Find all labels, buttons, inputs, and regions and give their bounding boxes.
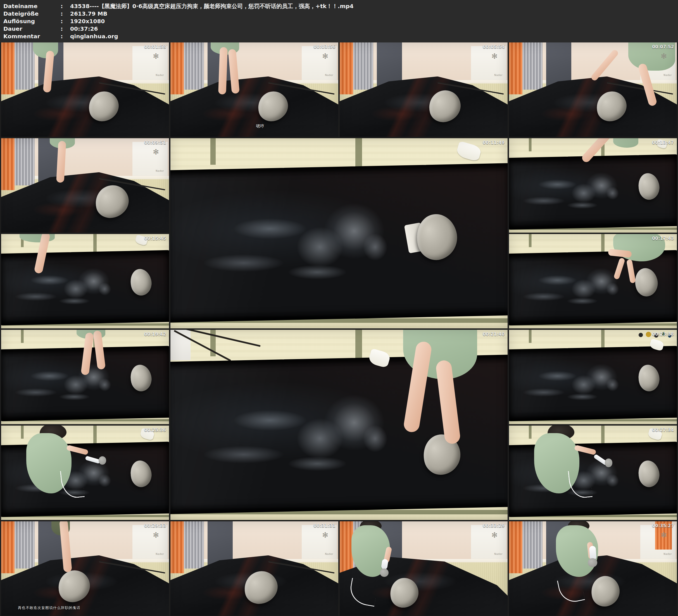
timestamp-overlay: 00:25:36 bbox=[144, 427, 166, 432]
video-thumbnail[interactable]: 00:17:43 bbox=[509, 234, 677, 329]
meta-label: Kommentar bbox=[3, 33, 61, 40]
timestamp-overlay: 00:17:43 bbox=[652, 236, 674, 241]
subtitle-overlay: 嗯哼 bbox=[256, 124, 265, 129]
timestamp-overlay: 00:33:29 bbox=[483, 523, 505, 528]
body-outline-shape bbox=[511, 356, 648, 411]
meta-value-filesize: 2613.79 MB bbox=[70, 10, 107, 17]
meta-separator: : bbox=[61, 17, 70, 25]
meta-value-comment: qinglanhua.org bbox=[70, 33, 118, 40]
timestamp-overlay: 00:21:40 bbox=[483, 332, 505, 337]
body-outline-shape bbox=[181, 188, 443, 302]
meta-separator: : bbox=[61, 33, 70, 40]
timestamp-overlay: 00:07:52 bbox=[652, 44, 674, 49]
radiator-fan-icon: ✻ bbox=[661, 531, 667, 539]
video-thumbnail[interactable]: ✻ Nader 00:09:51 bbox=[1, 138, 169, 233]
timestamp-overlay: 00:09:51 bbox=[144, 140, 166, 145]
meta-value-duration: 00:37:26 bbox=[70, 25, 98, 33]
meta-row-duration: Dauer:00:37:26 bbox=[3, 25, 678, 33]
video-thumbnail[interactable]: ✻ Nader 00:31:31 bbox=[171, 521, 338, 616]
subtitle-overlay: 再也不敢造次妄图说什么辞职的鬼话 bbox=[18, 605, 80, 610]
radiator-fan-icon: ✻ bbox=[153, 531, 159, 539]
timestamp-overlay: 00:13:47 bbox=[652, 140, 674, 145]
meta-label: Auflösung bbox=[3, 17, 61, 25]
video-thumbnail[interactable]: ✻ Nader 00:05:54 bbox=[340, 42, 507, 137]
meta-row-filename: Dateiname:43538----【黑魔法师】0·6高级真空床超压力拘束，颜… bbox=[3, 2, 678, 10]
timestamp-overlay: 00:01:58 bbox=[144, 44, 166, 49]
timestamp-overlay: 00:29:33 bbox=[144, 523, 166, 528]
radiator-fan-icon: ✻ bbox=[661, 52, 667, 60]
video-thumbnail[interactable]: ✻ Nader 00:01:58 bbox=[1, 42, 169, 137]
video-thumbnail[interactable]: 00:13:47 bbox=[509, 138, 677, 233]
timestamp-overlay: 00:35:27 bbox=[652, 523, 674, 528]
timestamp-overlay: 00:05:54 bbox=[483, 44, 505, 49]
meta-separator: : bbox=[61, 2, 70, 10]
video-thumbnail[interactable]: 00:27:34 bbox=[509, 426, 677, 520]
timestamp-overlay: 00:23:38 bbox=[652, 332, 674, 337]
wand-head-shape bbox=[605, 459, 613, 467]
wand-head-shape bbox=[588, 558, 597, 567]
meta-separator: : bbox=[61, 25, 70, 33]
metadata-header: Dateiname:43538----【黑魔法师】0·6高级真空床超压力拘束，颜… bbox=[0, 0, 678, 42]
video-thumbnail[interactable]: 00:19:42 bbox=[1, 330, 169, 424]
timestamp-overlay: 00:31:31 bbox=[313, 523, 336, 528]
meta-row-comment: Kommentar:qinglanhua.org bbox=[3, 33, 678, 40]
radiator-brand-label: Nader bbox=[156, 169, 164, 172]
meta-label: Dauer bbox=[3, 25, 61, 33]
video-thumbnail[interactable]: ✻ Nader 00:29:33 再也不敢造次妄图说什么辞职的鬼话 bbox=[1, 521, 169, 616]
video-thumbnail[interactable]: 00:23:38 bbox=[509, 330, 677, 424]
thumbnail-grid: ✻ Nader 00:01:58 ✻ Nader 00:03:56 嗯哼 ✻ N… bbox=[1, 42, 677, 616]
meta-value-resolution: 1920x1080 bbox=[70, 17, 105, 25]
body-outline-shape bbox=[3, 261, 141, 315]
video-thumbnail-large[interactable]: 00:11:49 bbox=[171, 138, 507, 329]
timestamp-overlay: 00:19:42 bbox=[144, 332, 166, 337]
radiator-fan-icon: ✻ bbox=[491, 52, 497, 60]
meta-value-filename: 43538----【黑魔法师】0·6高级真空床超压力拘束，颜老师拘束公司，惩罚不… bbox=[70, 2, 354, 10]
radiator-brand-label: Nader bbox=[325, 552, 333, 555]
radiator-brand-label: Nader bbox=[325, 74, 333, 77]
video-thumbnail-large[interactable]: 00:21:40 bbox=[171, 330, 507, 520]
timestamp-overlay: 00:03:56 bbox=[313, 44, 336, 49]
meta-row-resolution: Auflösung:1920x1080 bbox=[3, 17, 678, 25]
radiator-brand-label: Nader bbox=[664, 552, 672, 555]
timestamp-overlay: 00:11:49 bbox=[483, 140, 505, 145]
body-outline-shape bbox=[511, 165, 648, 220]
meta-label: Dateiname bbox=[3, 2, 61, 10]
radiator-brand-label: Nader bbox=[494, 552, 502, 555]
meta-label: Dateigröße bbox=[3, 10, 61, 17]
body-outline-shape bbox=[3, 356, 141, 411]
body-outline-shape bbox=[181, 379, 443, 493]
radiator-brand-label: Nader bbox=[664, 74, 672, 77]
video-thumbnail[interactable]: ✻ Nader 00:35:27 bbox=[509, 521, 677, 616]
radiator-fan-icon: ✻ bbox=[153, 52, 159, 60]
video-thumbnail[interactable]: ✻ Nader 00:03:56 嗯哼 bbox=[171, 42, 338, 137]
video-thumbnail[interactable]: ✻ Nader 00:07:52 bbox=[509, 42, 677, 137]
radiator-fan-icon: ✻ bbox=[491, 531, 497, 539]
meta-row-filesize: Dateigröße:2613.79 MB bbox=[3, 10, 678, 17]
radiator-brand-label: Nader bbox=[494, 74, 502, 77]
meta-separator: : bbox=[61, 10, 70, 17]
radiator-fan-icon: ✻ bbox=[322, 52, 328, 60]
timestamp-overlay: 00:15:45 bbox=[144, 236, 166, 241]
video-thumbnail[interactable]: 00:15:45 bbox=[1, 234, 169, 329]
video-thumbnail[interactable]: 00:25:36 bbox=[1, 426, 169, 520]
video-thumbnail[interactable]: ✻ Nader 00:33:29 bbox=[340, 521, 507, 616]
timestamp-overlay: 00:27:34 bbox=[652, 427, 674, 432]
radiator-fan-icon: ✻ bbox=[153, 148, 159, 156]
radiator-brand-label: Nader bbox=[156, 74, 164, 77]
radiator-brand-label: Nader bbox=[156, 552, 164, 555]
radiator-fan-icon: ✻ bbox=[322, 531, 328, 539]
